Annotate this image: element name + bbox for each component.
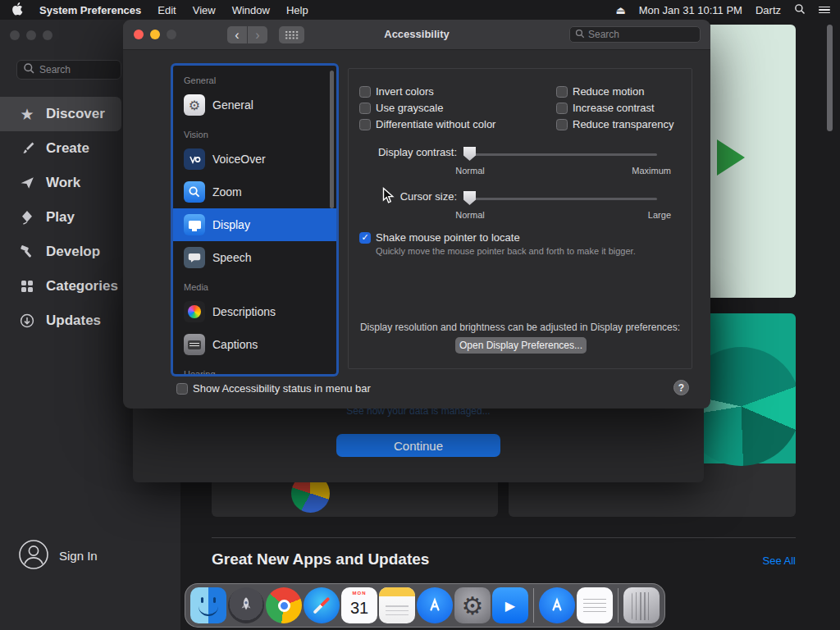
list-item-label: Speech	[212, 251, 251, 264]
display-contrast-slider-track[interactable]	[465, 153, 657, 156]
display-icon	[184, 214, 205, 235]
spotlight-icon[interactable]	[794, 3, 806, 17]
sidebar-item-categories[interactable]: Categories	[0, 269, 121, 304]
list-item-general[interactable]: ⚙ General	[173, 89, 336, 121]
dock: MON 31 ⚙ ▶	[185, 583, 665, 628]
captions-icon	[184, 334, 205, 355]
menu-bar-user[interactable]: Dartz	[756, 4, 781, 16]
help-button[interactable]: ?	[673, 380, 689, 395]
minimize-button[interactable]	[150, 30, 160, 39]
minimize-button[interactable]	[26, 30, 36, 40]
nav-label: Develop	[46, 244, 100, 260]
reduce-motion-checkbox[interactable]	[556, 86, 568, 98]
open-display-preferences-button[interactable]: Open Display Preferences...	[455, 337, 587, 354]
trash-dock-icon[interactable]	[623, 587, 660, 623]
list-item-captions[interactable]: Captions	[173, 328, 336, 361]
continue-button[interactable]: Continue	[336, 434, 500, 457]
safari-dock-icon[interactable]	[304, 587, 340, 623]
avatar-icon	[18, 539, 49, 573]
cursor-size-slider-track[interactable]	[465, 198, 657, 200]
sidebar-item-create[interactable]: Create	[0, 131, 121, 166]
list-item-label: Display	[212, 218, 250, 231]
invert-colors-checkbox[interactable]	[359, 86, 371, 98]
search-input[interactable]	[588, 29, 695, 40]
finder-dock-icon[interactable]	[190, 587, 226, 623]
menu-window[interactable]: Window	[232, 4, 270, 16]
nav-label: Categories	[46, 278, 118, 294]
chrome-dock-icon[interactable]	[266, 587, 302, 623]
list-item-zoom[interactable]: Zoom	[173, 176, 336, 208]
scrollbar[interactable]	[827, 25, 833, 131]
nav-label: Create	[46, 140, 89, 157]
list-item-display[interactable]: Display	[173, 208, 336, 241]
display-contrast-slider-thumb[interactable]	[463, 147, 476, 161]
search-icon	[23, 62, 35, 78]
use-grayscale-checkbox[interactable]	[359, 103, 371, 114]
active-app-name[interactable]: System Preferences	[39, 4, 141, 16]
zoom-button[interactable]	[43, 30, 52, 40]
slider-min-label: Normal	[441, 166, 499, 176]
calendar-dock-icon[interactable]: MON 31	[341, 587, 377, 623]
descriptions-icon	[184, 301, 205, 322]
shake-mouse-pointer-checkbox[interactable]: ✓	[359, 232, 371, 244]
menu-edit[interactable]: Edit	[158, 4, 176, 16]
differentiate-without-color-checkbox[interactable]	[359, 119, 371, 130]
launchpad-dock-icon[interactable]	[228, 587, 264, 623]
list-item-speech[interactable]: Speech	[173, 241, 336, 274]
notes-dock-icon[interactable]	[379, 587, 415, 623]
reduce-transparency-checkbox[interactable]	[556, 119, 568, 130]
gear-icon: ⚙	[462, 591, 484, 620]
sidebar-item-updates[interactable]: Updates	[0, 304, 121, 338]
list-scrollbar[interactable]	[330, 71, 334, 208]
app-store-recent-dock-icon[interactable]	[539, 587, 575, 623]
textedit-dock-icon[interactable]	[577, 587, 613, 623]
dock-separator	[533, 588, 534, 623]
system-preferences-dock-icon[interactable]: ⚙	[454, 587, 491, 623]
menu-help[interactable]: Help	[286, 4, 308, 16]
checkbox-label: Shake mouse pointer to locate	[376, 231, 520, 244]
star-icon: ★	[18, 105, 36, 124]
slider-min-label: Normal	[441, 210, 499, 220]
cursor-size-label: Cursor size:	[349, 190, 457, 203]
checkbox-label: Use grayscale	[376, 102, 443, 114]
sidebar-item-play[interactable]: Play	[0, 200, 121, 235]
forward-button[interactable]: ›	[248, 26, 267, 43]
show-accessibility-status-checkbox[interactable]	[176, 383, 188, 395]
sidebar-item-discover[interactable]: ★ Discover	[0, 97, 121, 131]
app-store-a-icon	[547, 596, 567, 615]
checkbox-label: Reduce motion	[573, 85, 644, 98]
list-item-voiceover[interactable]: VoiceOver	[173, 143, 336, 176]
close-button[interactable]	[134, 30, 144, 39]
app-store-dock-icon[interactable]	[417, 587, 453, 623]
search-input[interactable]	[39, 64, 115, 75]
sidebar-item-work[interactable]: Work	[0, 166, 121, 200]
increase-contrast-checkbox[interactable]	[556, 103, 568, 114]
show-all-button[interactable]	[279, 26, 304, 43]
eject-icon[interactable]: ⏏	[615, 4, 625, 16]
notification-center-icon[interactable]	[819, 5, 830, 16]
brush-icon	[18, 140, 36, 157]
tv-dock-icon[interactable]: ▶	[492, 587, 528, 623]
cursor-size-slider-thumb[interactable]	[463, 191, 476, 205]
grid-icon	[285, 30, 299, 39]
prefs-search-field[interactable]	[569, 26, 701, 43]
appstore-search-field[interactable]	[16, 60, 121, 80]
checkbox-label: Invert colors	[376, 85, 434, 98]
close-button[interactable]	[10, 30, 20, 40]
list-item-descriptions[interactable]: Descriptions	[173, 295, 336, 328]
zoom-button[interactable]	[167, 30, 176, 39]
menu-bar-clock[interactable]: Mon Jan 31 10:11 PM	[639, 4, 742, 16]
checkbox-label: Differentiate without color	[376, 118, 495, 130]
back-button[interactable]: ‹	[227, 26, 247, 43]
nav-label: Updates	[46, 313, 101, 329]
speech-icon	[184, 247, 205, 268]
list-section-general: General	[173, 67, 336, 89]
sign-in-button[interactable]: Sign In	[18, 539, 98, 573]
apple-menu[interactable]	[11, 2, 23, 18]
list-item-label: VoiceOver	[212, 153, 266, 166]
sidebar-item-develop[interactable]: Develop	[0, 235, 121, 269]
zoom-icon	[184, 181, 205, 203]
see-all-link[interactable]: See All	[763, 555, 796, 567]
dock-separator	[618, 588, 619, 623]
menu-view[interactable]: View	[193, 4, 216, 16]
